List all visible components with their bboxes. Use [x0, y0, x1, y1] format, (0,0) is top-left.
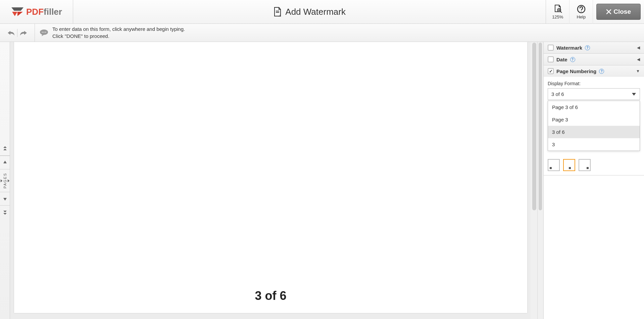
panel-page-numbering: Page Numbering ? ▼ Display Format: 3 of …: [544, 65, 644, 175]
canvas-scrollbar-thumb[interactable]: [532, 43, 536, 210]
chevron-down-icon: ▼: [636, 69, 640, 73]
pages-expand-button[interactable]: PAGES: [0, 169, 10, 192]
canvas-scrollbar[interactable]: [531, 42, 537, 319]
page-nav-rail: PAGES: [0, 42, 10, 319]
panel-scrollbar-thumb[interactable]: [539, 43, 542, 210]
page-numbering-help-icon[interactable]: ?: [599, 69, 604, 74]
svg-point-11: [581, 10, 582, 11]
help-label: Help: [577, 14, 586, 19]
chevron-down-icon: [632, 93, 636, 96]
format-option[interactable]: Page 3 of 6: [548, 101, 640, 113]
chevron-left-icon: ◀: [637, 45, 640, 50]
right-panel: Watermark ? ◀ Date ? ◀ Page Numbering ? …: [543, 42, 644, 319]
panel-date-header[interactable]: Date ? ◀: [544, 54, 644, 65]
date-title: Date: [556, 57, 567, 62]
panel-watermark: Watermark ? ◀: [544, 42, 644, 54]
help-tool[interactable]: Help: [569, 0, 593, 24]
display-format-select-box[interactable]: 3 of 6: [548, 88, 640, 100]
format-option[interactable]: Page 3: [548, 113, 640, 126]
format-option[interactable]: 3 of 6: [548, 126, 640, 138]
second-bar: To enter data on this form, click anywhe…: [0, 24, 644, 42]
panel-page-numbering-header[interactable]: Page Numbering ? ▼: [544, 65, 644, 77]
watermark-checkbox[interactable]: [548, 45, 554, 51]
logo-cell[interactable]: PDFfiller: [0, 0, 73, 23]
svg-point-17: [45, 32, 46, 33]
logo-text-secondary: filler: [44, 7, 62, 17]
pages-prev-button[interactable]: [0, 156, 10, 169]
hint-cell: To enter data on this form, click anywhe…: [35, 24, 644, 42]
date-checkbox[interactable]: [548, 56, 554, 62]
document-page[interactable]: 3 of 6: [14, 42, 527, 313]
format-option[interactable]: 3: [548, 138, 640, 151]
close-icon: [606, 9, 611, 14]
zoom-icon: [553, 4, 562, 14]
date-help-icon[interactable]: ?: [570, 57, 575, 62]
help-icon: [577, 4, 586, 14]
logo: PDFfiller: [11, 7, 62, 17]
watermark-title: Watermark: [556, 45, 582, 51]
watermark-doc-icon: A: [273, 7, 282, 17]
position-row-bottom: [548, 159, 640, 171]
close-button[interactable]: Close: [596, 4, 641, 20]
main-area: PAGES 3 of 6 Watermark ? ◀: [0, 42, 644, 319]
redo-button[interactable]: [19, 30, 28, 36]
position-bottom-center[interactable]: [563, 159, 575, 171]
svg-marker-2: [17, 12, 23, 16]
svg-point-16: [44, 32, 45, 33]
close-label: Close: [613, 8, 631, 15]
position-bottom-right[interactable]: [579, 159, 591, 171]
pages-first-button[interactable]: [0, 142, 10, 156]
display-format-select: 3 of 6 Page 3 of 6 Page 3 3 of 6 3: [548, 88, 640, 100]
separator: [17, 29, 17, 37]
panel-date: Date ? ◀: [544, 54, 644, 65]
display-format-label: Display Format:: [548, 81, 640, 86]
position-grid: [548, 159, 640, 171]
display-format-value: 3 of 6: [551, 91, 564, 97]
document-canvas[interactable]: 3 of 6: [10, 42, 537, 319]
hint-line1: To enter data on this form, click anywhe…: [52, 26, 185, 33]
pages-rail-label: PAGES: [3, 171, 7, 191]
zoom-label: 125%: [552, 14, 563, 19]
display-format-dropdown: Page 3 of 6 Page 3 3 of 6 3: [548, 101, 640, 151]
svg-marker-1: [12, 12, 17, 16]
chevron-left-icon: ◀: [637, 57, 640, 62]
page-title: Add Watermark: [285, 7, 346, 17]
top-bar: PDFfiller A Add Watermark 125%: [0, 0, 644, 24]
logo-text-primary: PDF: [26, 7, 44, 17]
pages-next-button[interactable]: [0, 192, 10, 205]
svg-line-7: [560, 11, 562, 13]
svg-marker-0: [11, 7, 23, 11]
page-number-display: 3 of 6: [14, 289, 527, 303]
svg-point-15: [42, 32, 43, 33]
page-numbering-body: Display Format: 3 of 6 Page 3 of 6 Page …: [544, 77, 644, 175]
page-numbering-checkbox[interactable]: [548, 68, 554, 74]
undo-redo-cell: [0, 24, 35, 42]
hint-bubble-icon: [40, 29, 48, 37]
undo-button[interactable]: [7, 30, 15, 36]
position-bottom-left[interactable]: [548, 159, 560, 171]
top-right-tools: 125% Help Close: [546, 0, 644, 23]
zoom-tool[interactable]: 125%: [546, 0, 569, 24]
svg-text:A: A: [279, 14, 281, 17]
panel-watermark-header[interactable]: Watermark ? ◀: [544, 42, 644, 53]
pages-last-button[interactable]: [0, 205, 10, 219]
watermark-help-icon[interactable]: ?: [585, 45, 590, 50]
page-numbering-title: Page Numbering: [556, 68, 596, 74]
hint-line2: Click "DONE" to proceed.: [52, 33, 185, 40]
hint-text: To enter data on this form, click anywhe…: [52, 26, 185, 40]
panel-scrollbar[interactable]: [537, 42, 543, 319]
logo-icon: [11, 7, 24, 17]
page-title-cell: A Add Watermark: [73, 0, 546, 23]
